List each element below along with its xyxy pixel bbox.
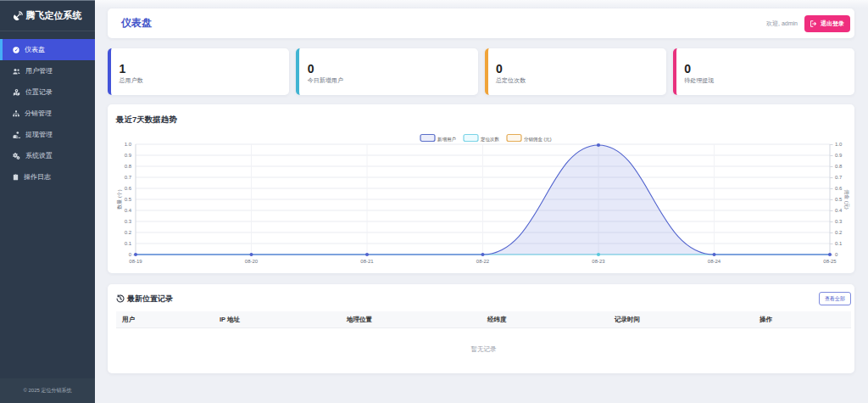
svg-text:新增用户: 新增用户 — [437, 137, 456, 143]
svg-text:08-24: 08-24 — [708, 259, 721, 264]
svg-text:0.9: 0.9 — [125, 153, 132, 158]
svg-text:08-22: 08-22 — [476, 259, 490, 264]
svg-text:1.0: 1.0 — [125, 142, 132, 147]
svg-text:0.5: 0.5 — [835, 197, 843, 202]
svg-text:0: 0 — [835, 252, 838, 257]
svg-text:数量 (个): 数量 (个) — [117, 189, 122, 210]
svg-text:0: 0 — [129, 252, 132, 257]
svg-text:0.7: 0.7 — [125, 175, 132, 180]
svg-text:08-20: 08-20 — [245, 259, 259, 264]
svg-text:分销佣金 (元): 分销佣金 (元) — [524, 137, 552, 143]
svg-text:0.4: 0.4 — [835, 208, 843, 213]
svg-text:0.8: 0.8 — [835, 164, 843, 169]
svg-text:0.1: 0.1 — [835, 241, 843, 246]
svg-text:08-25: 08-25 — [823, 259, 837, 264]
svg-text:0.1: 0.1 — [125, 241, 132, 246]
svg-text:0.2: 0.2 — [835, 230, 843, 235]
svg-text:0.9: 0.9 — [835, 153, 843, 158]
svg-text:08-21: 08-21 — [360, 259, 374, 264]
svg-text:0.8: 0.8 — [125, 164, 132, 169]
svg-text:定位次数: 定位次数 — [481, 137, 500, 143]
svg-text:0.3: 0.3 — [125, 219, 132, 224]
svg-text:0.7: 0.7 — [835, 175, 843, 180]
svg-text:佣金 (元): 佣金 (元) — [844, 189, 850, 210]
svg-text:0.3: 0.3 — [835, 219, 843, 224]
svg-text:0.2: 0.2 — [125, 230, 132, 235]
svg-text:0.4: 0.4 — [125, 208, 132, 213]
svg-text:08-19: 08-19 — [129, 259, 142, 264]
svg-text:0.6: 0.6 — [835, 186, 843, 191]
svg-text:0.5: 0.5 — [125, 197, 132, 202]
svg-text:08-23: 08-23 — [592, 259, 605, 264]
svg-text:1.0: 1.0 — [835, 142, 843, 147]
svg-text:0.6: 0.6 — [125, 186, 132, 191]
